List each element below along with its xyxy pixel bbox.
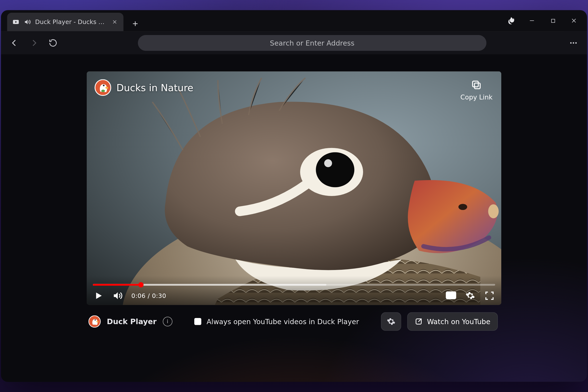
external-link-icon	[415, 318, 422, 325]
audio-playing-icon	[24, 18, 31, 26]
svg-point-18	[316, 152, 354, 188]
svg-line-35	[418, 319, 421, 322]
address-bar[interactable]: Search or Enter Address	[138, 35, 486, 51]
watch-on-youtube-label: Watch on YouTube	[427, 317, 490, 326]
svg-rect-26	[472, 81, 478, 87]
settings-button[interactable]	[464, 290, 476, 301]
tab-strip: Duck Player - Ducks in Nature	[7, 10, 142, 31]
svg-point-11	[570, 42, 572, 44]
video-player[interactable]: Ducks in Nature Copy Link	[87, 71, 501, 305]
window-maximize-button[interactable]	[542, 12, 564, 30]
svg-point-19	[324, 159, 332, 167]
window-minimize-button[interactable]	[521, 12, 542, 30]
fire-button[interactable]	[500, 12, 522, 30]
copy-link-label: Copy Link	[460, 93, 492, 101]
overflow-menu-button[interactable]	[567, 36, 580, 50]
watch-on-youtube-button[interactable]: Watch on YouTube	[407, 312, 498, 331]
copy-icon	[471, 79, 482, 90]
video-time: 0:06 / 0:30	[131, 292, 166, 300]
svg-point-20	[458, 204, 467, 210]
play-button[interactable]	[93, 290, 104, 301]
duck-player: Ducks in Nature Copy Link	[87, 71, 501, 332]
always-open-label: Always open YouTube videos in Duck Playe…	[206, 317, 359, 326]
duck-player-label: Duck Player	[107, 317, 156, 326]
captions-button[interactable]: CC	[446, 290, 457, 301]
video-progress-played	[93, 284, 141, 286]
browser-window: Duck Player - Ducks in Nature	[1, 10, 587, 382]
copy-link-button[interactable]: Copy Link	[460, 79, 492, 101]
svg-marker-28	[114, 292, 118, 300]
svg-point-24	[103, 84, 104, 86]
duckduckgo-logo-small-icon	[88, 315, 101, 328]
svg-point-33	[94, 320, 96, 321]
window-close-button[interactable]	[564, 12, 584, 30]
video-title-overlay: Ducks in Nature	[94, 79, 193, 96]
tab-title: Duck Player - Ducks in Nature	[35, 18, 105, 26]
svg-rect-8	[551, 19, 555, 22]
new-tab-button[interactable]	[128, 16, 143, 31]
video-title: Ducks in Nature	[116, 82, 193, 93]
navigation-bar: Search or Enter Address	[1, 31, 587, 55]
youtube-favicon-icon	[12, 18, 19, 26]
duckduckgo-logo-icon	[94, 79, 111, 96]
page-content: Ducks in Nature Copy Link	[1, 55, 587, 382]
window-controls	[500, 12, 584, 30]
svg-rect-25	[474, 83, 480, 89]
nav-back-button[interactable]	[8, 36, 21, 50]
video-controls: 0:06 / 0:30 CC	[87, 272, 501, 305]
svg-point-21	[488, 204, 499, 218]
titlebar: Duck Player - Ducks in Nature	[1, 10, 587, 31]
tab-active[interactable]: Duck Player - Ducks in Nature	[7, 13, 124, 31]
volume-button[interactable]	[112, 290, 123, 301]
always-open-checkbox[interactable]	[194, 318, 202, 325]
svg-point-13	[575, 42, 577, 44]
video-progress-knob[interactable]	[138, 282, 144, 288]
video-frame-image	[87, 71, 501, 305]
svg-text:CC: CC	[448, 293, 454, 298]
gear-icon	[386, 317, 396, 326]
address-placeholder: Search or Enter Address	[270, 39, 354, 47]
fullscreen-button[interactable]	[484, 290, 495, 301]
duck-player-footer: Duck Player i Always open YouTube videos…	[87, 311, 501, 332]
always-open-option[interactable]: Always open YouTube videos in Duck Playe…	[178, 317, 375, 326]
nav-forward-button[interactable]	[27, 36, 40, 50]
video-progress-track[interactable]	[93, 284, 495, 286]
svg-marker-27	[96, 292, 102, 299]
info-button[interactable]: i	[163, 317, 172, 326]
svg-marker-2	[25, 20, 28, 24]
svg-point-12	[573, 42, 574, 44]
nav-reload-button[interactable]	[46, 36, 60, 50]
tab-close-button[interactable]	[112, 19, 117, 24]
duck-player-settings-button[interactable]	[381, 312, 401, 331]
